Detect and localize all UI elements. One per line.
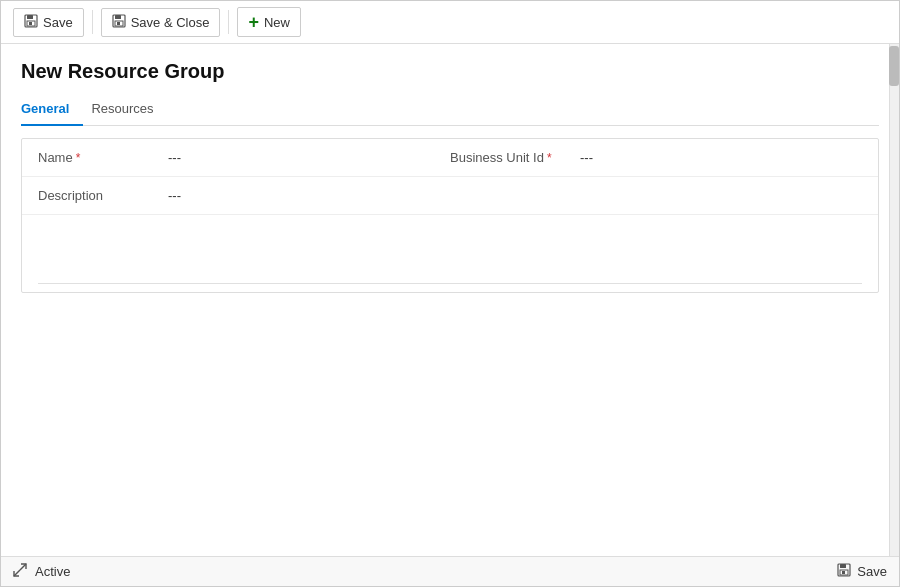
- toolbar: Save Save & Close + New: [1, 1, 899, 44]
- field-business-unit: Business Unit Id * ---: [450, 150, 862, 165]
- save-label: Save: [43, 15, 73, 30]
- svg-rect-7: [117, 22, 120, 25]
- field-description: Description ---: [38, 188, 450, 203]
- new-label: New: [264, 15, 290, 30]
- business-unit-required-star: *: [547, 151, 552, 165]
- scroll-thumb[interactable]: [889, 46, 899, 86]
- name-required-star: *: [76, 151, 81, 165]
- name-value[interactable]: ---: [168, 150, 450, 165]
- toolbar-divider-1: [92, 10, 93, 34]
- form-row-name: Name * --- Business Unit Id * ---: [22, 139, 878, 177]
- save-icon: [24, 14, 38, 31]
- business-unit-label: Business Unit Id *: [450, 150, 580, 165]
- description-value[interactable]: ---: [168, 188, 450, 203]
- svg-line-9: [20, 564, 26, 570]
- status-bar: Active Save: [1, 556, 899, 586]
- page-scroll: New Resource Group General Resources Nam…: [1, 44, 899, 556]
- status-save-label[interactable]: Save: [857, 564, 887, 579]
- form-spacer: [22, 215, 878, 275]
- status-left: Active: [13, 563, 70, 580]
- scroll-track[interactable]: [889, 44, 899, 556]
- page-title: New Resource Group: [21, 60, 879, 83]
- save-button[interactable]: Save: [13, 8, 84, 37]
- new-icon: +: [248, 13, 259, 31]
- tab-resources[interactable]: Resources: [91, 95, 167, 126]
- form-separator: [38, 283, 862, 284]
- save-close-button[interactable]: Save & Close: [101, 8, 221, 37]
- svg-line-8: [14, 570, 20, 576]
- name-label: Name *: [38, 150, 168, 165]
- business-unit-value[interactable]: ---: [580, 150, 862, 165]
- svg-rect-3: [29, 22, 32, 25]
- svg-rect-1: [27, 15, 33, 19]
- save-close-icon: [112, 14, 126, 31]
- svg-rect-11: [840, 564, 846, 568]
- tab-general[interactable]: General: [21, 95, 83, 126]
- svg-rect-5: [115, 15, 121, 19]
- status-right: Save: [837, 563, 887, 580]
- form-section: Name * --- Business Unit Id * ---: [21, 138, 879, 293]
- expand-icon[interactable]: [13, 563, 27, 580]
- page-content: New Resource Group General Resources Nam…: [1, 44, 899, 556]
- status-label: Active: [35, 564, 70, 579]
- svg-rect-13: [842, 571, 845, 574]
- field-name: Name * ---: [38, 150, 450, 165]
- toolbar-divider-2: [228, 10, 229, 34]
- save-close-label: Save & Close: [131, 15, 210, 30]
- status-save-icon: [837, 563, 851, 580]
- new-button[interactable]: + New: [237, 7, 301, 37]
- tabs-bar: General Resources: [21, 95, 879, 126]
- description-label: Description: [38, 188, 168, 203]
- form-row-description: Description ---: [22, 177, 878, 215]
